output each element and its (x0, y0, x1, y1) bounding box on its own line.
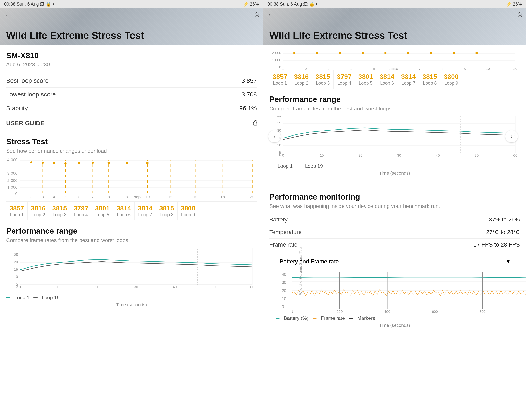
loop-item: 3801 Loop 5 (355, 70, 376, 89)
svg-point-86 (475, 52, 478, 54)
svg-point-80 (339, 52, 341, 54)
right-panel: 00:38 Sun, 6 Aug 🖼 🔒 • ⚡ 26% ← ⎙ Wild Li… (263, 0, 526, 420)
svg-point-27 (64, 162, 67, 164)
svg-point-83 (407, 52, 409, 54)
loop-label: Loop 7 (402, 80, 415, 86)
header-nav-left[interactable]: ← (4, 11, 11, 18)
svg-point-32 (146, 162, 149, 164)
icon-dot: • (53, 1, 54, 7)
share-button-left[interactable]: ⎙ (255, 11, 259, 18)
svg-text:25: 25 (277, 121, 281, 125)
loop-scores-left: 3857 Loop 1 3816 Loop 2 3815 Loop 3 3797… (6, 201, 257, 220)
svg-text:4: 4 (350, 67, 352, 70)
battery-label: Battery (269, 216, 288, 223)
loop-label: Loop 8 (423, 80, 437, 86)
svg-text:10: 10 (277, 144, 281, 147)
battery-x-label: Time (seconds) (275, 323, 514, 328)
right-content: 2,000 1,000 0 1 2 3 4 5 6 7 (263, 45, 526, 420)
loop-item: 3814 Loop 7 (398, 70, 419, 89)
back-button-right[interactable]: ← (267, 11, 274, 18)
loop-score: 3814 (380, 73, 394, 80)
loop-score: 3797 (337, 73, 352, 80)
svg-text:200: 200 (337, 310, 343, 314)
svg-text:1,000: 1,000 (272, 58, 281, 62)
best-loop-row: Best loop score 3 857 (6, 74, 257, 88)
svg-text:5: 5 (64, 195, 67, 199)
stress-chart-svg: 4,000 3,000 2,000 1,000 0 (6, 158, 257, 199)
battery-chart-inner: 0 200 400 600 800 1,000 40 30 20 10 0 Wi… (292, 272, 526, 313)
temperature-value: 27°C to 28°C (486, 229, 520, 235)
icon-dot-right: • (316, 1, 317, 7)
date-left: Sun, 6 Aug (17, 1, 39, 7)
svg-text:7: 7 (92, 195, 94, 199)
svg-text:15: 15 (14, 268, 18, 271)
lowest-loop-row: Lowest loop score 3 708 (6, 88, 257, 101)
stress-test-chart: 4,000 3,000 2,000 1,000 0 (6, 158, 257, 199)
back-button-left[interactable]: ← (4, 11, 11, 18)
legend-battery-color (275, 318, 280, 319)
svg-text:10: 10 (57, 285, 61, 289)
perf-range-x-label-right: Time (seconds) (269, 171, 520, 176)
svg-text:0: 0 (19, 285, 21, 289)
loop-item: 3797 Loop 4 (334, 70, 355, 89)
left-content: SM-X810 Aug 6, 2023 00:30 Best loop scor… (0, 45, 263, 420)
user-guide-row[interactable]: USER GUIDE ⎙ (6, 115, 257, 131)
best-loop-label: Best loop score (6, 77, 49, 84)
svg-text:9: 9 (126, 195, 128, 199)
svg-text:8: 8 (442, 67, 443, 70)
svg-text:2,000: 2,000 (272, 51, 281, 55)
bolt-icon-right: ⚡ (506, 1, 512, 7)
svg-text:50: 50 (212, 285, 215, 289)
loop-item: 3815 Loop 8 (419, 70, 441, 89)
battery-y-title: Wild Life Extreme Stress Test (299, 247, 303, 295)
svg-text:3,000: 3,000 (7, 171, 18, 176)
svg-text:0: 0 (279, 153, 281, 157)
loop-item: 3815 Loop 8 (156, 202, 177, 220)
chart-prev-arrow[interactable]: ‹ (268, 130, 281, 142)
svg-point-30 (108, 162, 110, 164)
loop-label: Loop 1 (10, 212, 24, 217)
stress-test-title: Stress Test (6, 137, 257, 146)
user-guide-share-icon[interactable]: ⎙ (253, 119, 257, 127)
loop-label: Loop 7 (138, 212, 152, 217)
loop-item: 3815 Loop 3 (49, 202, 70, 220)
svg-text:Loop: Loop (132, 195, 141, 199)
loop-item: 3814 Loop 6 (113, 202, 135, 220)
svg-text:400: 400 (384, 310, 390, 314)
chart-next-arrow[interactable]: › (506, 130, 518, 142)
svg-text:10: 10 (320, 154, 324, 157)
loop-score: 3814 (117, 205, 131, 212)
legend-loop19-color (33, 297, 38, 298)
monitoring-section: Performance monitoring See what was happ… (269, 180, 520, 251)
svg-text:18: 18 (221, 195, 225, 199)
legend-loop1-color (6, 297, 10, 298)
share-button-right[interactable]: ⎙ (518, 11, 522, 18)
svg-text:30: 30 (134, 285, 138, 289)
battery-framerate-dropdown[interactable]: Battery and Frame rate ▾ (275, 255, 514, 268)
svg-text:10: 10 (145, 195, 150, 199)
svg-text:6: 6 (78, 195, 80, 199)
svg-text:800: 800 (480, 310, 486, 314)
loop-item: 3800 Loop 9 (178, 202, 199, 220)
legend-loop1-color-right (269, 166, 273, 166)
loop-item: 3816 Loop 2 (28, 202, 49, 220)
legend-framerate-color (313, 318, 317, 319)
battery-pct-left: 26% (250, 1, 259, 7)
time-left: 00:38 (4, 1, 15, 7)
svg-point-28 (78, 162, 80, 164)
page-title-right: Wild Life Extreme Stress Test (269, 30, 407, 41)
monitoring-subtitle: See what was happening inside your devic… (269, 203, 520, 209)
svg-text:1: 1 (19, 195, 21, 199)
legend-loop1-label: Loop 1 (14, 295, 29, 301)
svg-text:4,000: 4,000 (7, 158, 18, 162)
svg-point-26 (53, 162, 55, 164)
svg-point-29 (92, 162, 94, 164)
svg-text:8: 8 (108, 195, 110, 199)
loop-score: 3815 (159, 205, 174, 212)
loop-scores-right: 3857 Loop 1 3816 Loop 2 3815 Loop 3 3797… (269, 70, 520, 89)
loop-score: 3857 (10, 205, 24, 212)
svg-text:2: 2 (305, 67, 307, 70)
loop-item: 3816 Loop 2 (291, 70, 312, 89)
header-nav-right[interactable]: ← (267, 11, 274, 18)
svg-text:Loop: Loop (389, 67, 396, 70)
